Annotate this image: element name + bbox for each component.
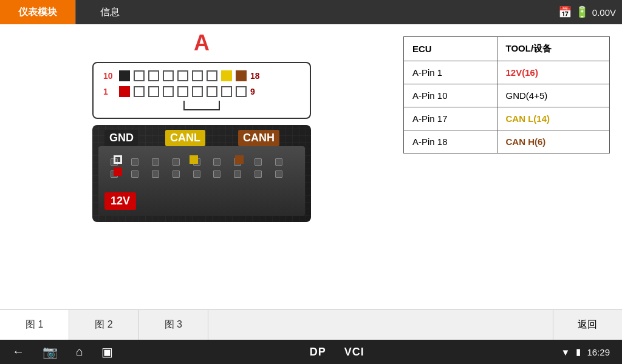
ecu-pin-cell: A-Pin 17: [404, 107, 497, 130]
pin-10-square: [119, 70, 130, 81]
time-display: 16:29: [587, 347, 610, 357]
tool-pin-cell: CAN L(14): [497, 107, 609, 130]
header-right: 📅 🔋 0.00V: [558, 5, 622, 19]
pin-14-square: [177, 70, 188, 81]
connector-notch: [183, 101, 220, 110]
header: 仪表模块 信息 📅 🔋 0.00V: [0, 0, 622, 24]
col-tool-header: TOOL/设备: [497, 37, 609, 61]
v12-badge: 12V: [104, 192, 136, 210]
pin-label-9: 9: [250, 87, 262, 96]
calendar-icon: 📅: [558, 5, 572, 19]
back-arrow-icon[interactable]: ←: [12, 345, 24, 359]
tab-fig1[interactable]: 图 1: [0, 310, 69, 340]
pin-row-top: 10 18: [103, 70, 300, 81]
ecu-pin-cell: A-Pin 10: [404, 84, 497, 107]
battery-sys-icon: ▮: [576, 346, 581, 357]
left-panel: A 10 18 1: [12, 30, 391, 303]
vci-label[interactable]: VCI: [344, 346, 364, 359]
pin-9-square: [236, 86, 247, 97]
dp-label[interactable]: DP: [310, 346, 326, 359]
voltage-display: 0.00V: [592, 7, 616, 18]
main-content: A 10 18 1: [0, 24, 622, 309]
window-icon[interactable]: ▣: [101, 345, 113, 359]
col-ecu-header: ECU: [404, 37, 497, 61]
pin-row-bottom: 1 9: [103, 86, 300, 97]
tab-spacer: [208, 310, 553, 340]
right-panel: ECU TOOL/设备 A-Pin 112V(16)A-Pin 10GND(4+…: [403, 30, 610, 303]
sys-icons-left: ← 📷 ⌂ ▣: [12, 345, 113, 359]
ecu-pin-cell: A-Pin 1: [404, 61, 497, 84]
pin-label-1: 1: [103, 87, 115, 96]
tab-info[interactable]: 信息: [75, 0, 144, 24]
pin-11-square: [134, 70, 145, 81]
table-row: A-Pin 17CAN L(14): [404, 107, 610, 130]
camera-icon[interactable]: 📷: [43, 345, 58, 359]
pin-17-square: [221, 70, 232, 81]
canl-badge: CANL: [165, 130, 205, 146]
diagram-title: A: [194, 30, 210, 56]
wifi-icon: ▼: [561, 347, 570, 357]
pin-12-square: [148, 70, 159, 81]
pin-18-square: [236, 70, 247, 81]
pin-4-square: [163, 86, 174, 97]
gnd-badge: GND: [104, 130, 138, 146]
pin-16-square: [207, 70, 217, 81]
home-icon[interactable]: ⌂: [76, 345, 83, 359]
connector-schematic: 10 18 1: [92, 62, 311, 119]
table-row: A-Pin 112V(16): [404, 61, 610, 84]
pin-5-square: [177, 86, 188, 97]
battery-icon: 🔋: [575, 5, 589, 19]
pin-7-square: [207, 86, 217, 97]
ecu-pin-cell: A-Pin 18: [404, 130, 497, 153]
pin-15-square: [192, 70, 203, 81]
tool-pin-cell: GND(4+5): [497, 84, 609, 107]
tab-back-button[interactable]: 返回: [553, 310, 622, 340]
sys-icons-center: DP VCI: [310, 346, 364, 359]
tab-bar: 图 1 图 2 图 3 返回: [0, 309, 622, 340]
pin-label-10: 10: [103, 71, 115, 81]
pin-1-square: [119, 86, 130, 97]
pin-3-square: [148, 86, 159, 97]
tab-instrument[interactable]: 仪表模块: [0, 0, 75, 24]
photo-connector: GND CANL CANH 12V: [92, 125, 311, 222]
pin-6-square: [192, 86, 203, 97]
tool-pin-cell: CAN H(6): [497, 130, 609, 153]
table-row: A-Pin 10GND(4+5): [404, 84, 610, 107]
tab-fig3[interactable]: 图 3: [139, 310, 208, 340]
table-row: A-Pin 18CAN H(6): [404, 130, 610, 153]
system-bar: ← 📷 ⌂ ▣ DP VCI ▼ ▮ 16:29: [0, 340, 622, 364]
pin-2-square: [134, 86, 145, 97]
sys-icons-right: ▼ ▮ 16:29: [561, 346, 610, 357]
pin-13-square: [163, 70, 174, 81]
tab-fig2[interactable]: 图 2: [69, 310, 138, 340]
pin-label-18: 18: [250, 71, 262, 81]
canh-badge: CANH: [238, 130, 279, 146]
pin-table: ECU TOOL/设备 A-Pin 112V(16)A-Pin 10GND(4+…: [403, 36, 610, 153]
tool-pin-cell: 12V(16): [497, 61, 609, 84]
pin-8-square: [221, 86, 232, 97]
